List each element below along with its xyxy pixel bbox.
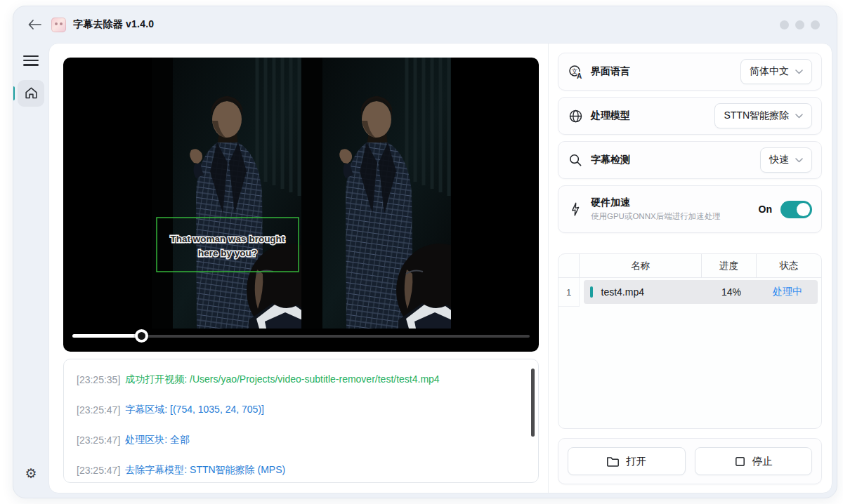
- window-maximize-button[interactable]: [795, 20, 804, 29]
- search-icon: [568, 153, 583, 167]
- setting-label: 处理模型: [591, 110, 630, 122]
- toggle-knob: [797, 203, 810, 216]
- language-value: 简体中文: [750, 65, 789, 78]
- menu-toggle-button[interactable]: [23, 53, 39, 69]
- window-controls: [780, 20, 820, 29]
- setting-hardware: 硬件加速 使用GPU或ONNX后端进行加速处理 On: [558, 185, 822, 233]
- titlebar: 字幕去除器 v1.4.0: [13, 6, 837, 43]
- slider-handle[interactable]: [135, 329, 148, 343]
- folder-icon: [606, 456, 620, 467]
- settings-gear-icon[interactable]: ⚙: [13, 465, 48, 481]
- chevron-down-icon: [795, 158, 803, 163]
- model-select[interactable]: STTN智能擦除: [714, 103, 812, 128]
- stop-icon: [734, 456, 746, 467]
- model-value: STTN智能擦除: [724, 110, 789, 122]
- window-close-button[interactable]: [811, 20, 820, 29]
- column-name: 名称: [580, 254, 702, 277]
- app-window: 字幕去除器 v1.4.0 ⚙: [13, 6, 837, 498]
- task-table: 名称 进度 状态 1 test4.mp4 14% 处理中: [558, 253, 822, 429]
- active-indicator: [13, 86, 15, 100]
- left-column: That woman was brought here by you? [23:…: [49, 44, 548, 493]
- log-line: [23:25:47] 处理区块: 全部: [77, 425, 525, 455]
- log-message: 成功打开视频: /Users/yao/Projects/video-subtit…: [125, 373, 439, 386]
- setting-label: 界面语言: [591, 65, 630, 78]
- row-file-name: test4.mp4: [601, 286, 706, 298]
- row-accent-bar: [590, 286, 593, 298]
- lightning-icon: [568, 201, 583, 217]
- detection-value: 快速: [769, 154, 789, 166]
- toggle-state-label: On: [759, 204, 772, 215]
- setting-label: 硬件加速: [591, 197, 721, 209]
- setting-language: 文 A 界面语言 简体中文: [558, 53, 822, 91]
- settings-panel: 文 A 界面语言 简体中文: [548, 44, 832, 493]
- sidebar-item-home[interactable]: [18, 80, 44, 107]
- setting-detection: 字幕检测 快速: [558, 141, 822, 179]
- log-line: [23:25:35] 成功打开视频: /Users/yao/Projects/v…: [77, 364, 525, 394]
- log-timestamp: [23:25:47]: [77, 404, 120, 416]
- open-button-label: 打开: [626, 455, 646, 468]
- language-select[interactable]: 简体中文: [740, 59, 812, 84]
- back-button[interactable]: [27, 18, 43, 31]
- log-line: [23:25:47] 去除字幕模型: STTN智能擦除 (MPS): [77, 455, 525, 483]
- video-progress-slider[interactable]: [72, 329, 530, 343]
- log-message: 字幕区域: [(754, 1035, 24, 705)]: [125, 404, 264, 416]
- window-minimize-button[interactable]: [780, 20, 789, 29]
- column-status: 状态: [757, 254, 821, 277]
- slider-fill: [72, 334, 141, 338]
- detection-select[interactable]: 快速: [760, 147, 812, 173]
- log-line: [23:25:47] 字幕区域: [(754, 1035, 24, 705)]: [77, 394, 525, 425]
- log-timestamp: [23:25:35]: [77, 374, 120, 385]
- app-logo-icon: [51, 18, 66, 32]
- chevron-down-icon: [795, 69, 803, 74]
- home-icon: [24, 86, 39, 100]
- setting-description: 使用GPU或ONNX后端进行加速处理: [591, 211, 721, 222]
- globe-icon: [568, 109, 583, 124]
- translate-icon: 文 A: [568, 65, 583, 79]
- stop-button-label: 停止: [752, 455, 773, 468]
- log-message: 去除字幕模型: STTN智能擦除 (MPS): [125, 464, 285, 477]
- actions-bar: 打开 停止: [558, 438, 822, 484]
- video-subtitle-line1: That woman was brought: [170, 234, 285, 244]
- row-progress: 14%: [705, 286, 757, 298]
- app-title: 字幕去除器 v1.4.0: [73, 18, 154, 31]
- log-timestamp: [23:25:47]: [77, 465, 120, 476]
- setting-model: 处理模型 STTN智能擦除: [558, 97, 822, 135]
- sidebar: ⚙: [13, 43, 48, 493]
- arrow-left-icon: [27, 19, 42, 30]
- video-subtitle-line2: here by you?: [197, 248, 256, 258]
- row-highlight: test4.mp4 14% 处理中: [584, 280, 818, 304]
- stop-button[interactable]: 停止: [695, 447, 813, 475]
- video-player[interactable]: That woman was brought here by you?: [63, 58, 539, 352]
- log-message: 处理区块: 全部: [125, 434, 190, 446]
- log-timestamp: [23:25:47]: [77, 435, 120, 446]
- chevron-down-icon: [795, 114, 803, 119]
- hardware-acceleration-toggle[interactable]: [780, 201, 812, 218]
- svg-text:A: A: [576, 72, 581, 79]
- row-index: 1: [558, 278, 580, 307]
- log-panel: [23:25:35] 成功打开视频: /Users/yao/Projects/v…: [63, 359, 539, 483]
- column-progress: 进度: [702, 254, 757, 277]
- table-header: 名称 进度 状态: [558, 254, 821, 278]
- row-status: 处理中: [757, 286, 818, 298]
- video-frame: That woman was brought here by you?: [152, 58, 451, 329]
- column-index: [558, 254, 580, 277]
- log-scrollbar[interactable]: [531, 369, 535, 437]
- setting-label: 字幕检测: [591, 154, 630, 166]
- main-content: That woman was brought here by you? [23:…: [48, 43, 832, 493]
- open-button[interactable]: 打开: [568, 447, 686, 475]
- table-row[interactable]: 1 test4.mp4 14% 处理中: [558, 278, 821, 307]
